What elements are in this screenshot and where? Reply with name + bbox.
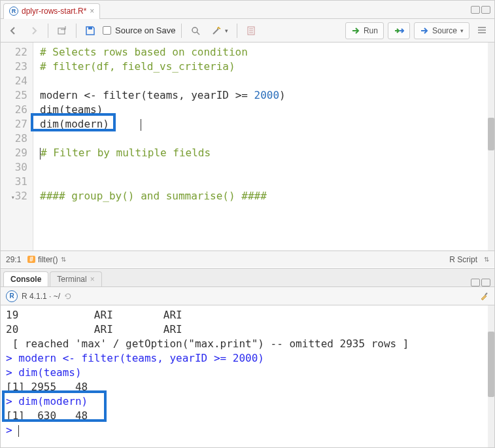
compile-report-button[interactable]: [243, 22, 260, 39]
tab-terminal[interactable]: Terminal ×: [50, 271, 101, 286]
rerun-button[interactable]: [388, 22, 410, 39]
scroll-thumb[interactable]: [488, 332, 494, 397]
clear-console-icon[interactable]: [479, 291, 489, 302]
source-button-label: Source: [432, 26, 457, 35]
forward-button[interactable]: [26, 22, 43, 39]
run-button[interactable]: Run: [345, 22, 384, 39]
code-tools-button[interactable]: ▾: [208, 22, 231, 39]
line-gutter: 22 23 24 25 26 27 28 29 30 31 ▾32: [1, 43, 33, 250]
source-arrow-icon: [420, 26, 430, 36]
show-in-new-window-button[interactable]: [54, 22, 71, 39]
search-icon: [190, 26, 201, 36]
rerun-icon: [394, 26, 404, 36]
breadcrumb[interactable]: filter(): [38, 255, 58, 264]
close-icon[interactable]: ×: [90, 7, 94, 16]
run-button-label: Run: [364, 26, 378, 35]
console-pane: Console Terminal × R R 4.1.1 · ~/ 19 ARI…: [1, 269, 494, 448]
file-tab-label: dplyr-rows-start.R*: [22, 7, 86, 16]
window-buttons: [471, 279, 494, 286]
r-file-icon: R: [9, 7, 18, 16]
console-scrollbar[interactable]: [488, 305, 494, 448]
close-icon[interactable]: ×: [90, 275, 95, 284]
svg-rect-1: [88, 27, 92, 29]
back-button[interactable]: [5, 22, 22, 39]
editor-pane: R dplyr-rows-start.R* × Source on Save: [1, 1, 494, 269]
r-logo-icon: R: [6, 290, 18, 302]
refresh-icon[interactable]: [64, 292, 72, 300]
code-editor[interactable]: 22 23 24 25 26 27 28 29 30 31 ▾32 # Sele…: [1, 43, 494, 250]
maximize-pane-button[interactable]: [481, 6, 490, 14]
outline-button[interactable]: [473, 22, 490, 39]
hash-badge-icon: #: [27, 256, 35, 263]
minimize-pane-button[interactable]: [471, 6, 480, 14]
source-button[interactable]: Source ▾: [414, 22, 469, 39]
wand-icon: [211, 26, 222, 36]
file-tab[interactable]: R dplyr-rows-start.R* ×: [3, 3, 100, 19]
console-cursor: [18, 425, 19, 437]
editor-toolbar: Source on Save ▾ Run Source ▾: [1, 19, 494, 43]
editor-tabbar: R dplyr-rows-start.R* ×: [1, 1, 494, 19]
editor-scrollbar[interactable]: [488, 43, 494, 250]
updown-icon[interactable]: ⇅: [61, 256, 66, 263]
scroll-thumb[interactable]: [488, 118, 494, 150]
console-tabbar: Console Terminal ×: [1, 269, 494, 287]
console-output[interactable]: 19 ARI ARI 20 ARI ARI [ reached 'max' / …: [1, 305, 494, 448]
minimize-pane-button[interactable]: [471, 279, 480, 286]
window-buttons: [471, 6, 494, 14]
editor-statusbar: 29:1 # filter() ⇅ R Script ⇅: [1, 250, 494, 267]
find-button[interactable]: [187, 22, 204, 39]
tab-console[interactable]: Console: [3, 271, 48, 286]
outline-icon: [477, 26, 487, 36]
source-on-save-checkbox[interactable]: [103, 26, 111, 35]
svg-point-2: [192, 27, 197, 33]
console-wd-label[interactable]: R 4.1.1 · ~/: [22, 292, 60, 301]
text-cursor: [141, 119, 141, 131]
cursor-position: 29:1: [6, 255, 21, 264]
chevron-down-icon: ▾: [225, 27, 228, 34]
code-content[interactable]: # Selects rows based on condition # filt…: [33, 43, 494, 250]
save-icon: [85, 26, 95, 36]
updown-icon[interactable]: ⇅: [484, 256, 489, 263]
popout-icon: [57, 26, 67, 36]
save-button[interactable]: [82, 22, 99, 39]
maximize-pane-button[interactable]: [481, 279, 490, 286]
language-mode[interactable]: R Script: [449, 255, 477, 264]
source-on-save-label: Source on Save: [115, 26, 176, 35]
svg-rect-0: [58, 28, 65, 34]
run-arrow-icon: [351, 26, 362, 36]
arrow-right-icon: [29, 26, 39, 36]
notebook-icon: [246, 26, 256, 36]
arrow-left-icon: [8, 26, 18, 36]
console-toolbar: R R 4.1.1 · ~/: [1, 287, 494, 305]
fold-arrow-icon[interactable]: ▾: [9, 190, 15, 205]
chevron-down-icon: ▾: [460, 27, 464, 34]
